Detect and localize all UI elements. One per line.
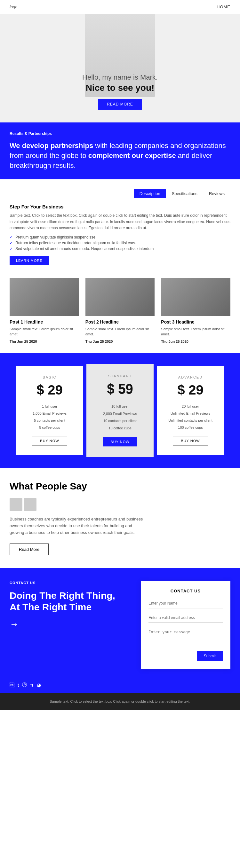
hero-subtitle: Hello, my name is Mark.: [82, 73, 158, 82]
pricing-card-advanced: ADVANCED $ 29 20 full user Unlimited Ema…: [157, 366, 224, 455]
tabs-section: Description Specifications Reviews Step …: [0, 179, 240, 268]
learn-more-button[interactable]: LEARN MORE: [9, 256, 49, 265]
hero-section: Hello, my name is Mark. Nice to see you!…: [0, 14, 240, 122]
pricing-features-basic: 1 full user 1,000 Email Previews 5 conta…: [22, 403, 77, 431]
form-title: CONTACT US: [148, 589, 223, 593]
nav[interactable]: HOME: [217, 4, 231, 9]
blog-icon[interactable]: ◕: [37, 682, 41, 688]
tab-specifications[interactable]: Specifications: [166, 189, 203, 198]
hero-content: Hello, my name is Mark. Nice to see you!…: [82, 73, 158, 110]
tab-content-heading: Step For Your Business: [9, 204, 231, 209]
avatar-2: [24, 498, 36, 511]
pricing-feature: 5 contacts per client: [22, 417, 77, 424]
social-footer:  t Ⓟ π ◕: [0, 677, 240, 693]
testimonial-section: What People Say Business coaches are typ…: [0, 468, 240, 568]
header: logo HOME: [0, 0, 240, 14]
tab-content-body: Sample text. Click to select the text bo…: [9, 213, 231, 231]
post-card-2: Post 2 Headline Sample small text. Lorem…: [85, 278, 155, 343]
buy-now-button-basic[interactable]: BUY NOW: [32, 436, 67, 446]
logo: logo: [9, 4, 18, 9]
testimonial-avatars: [9, 498, 231, 511]
buy-now-button-standart[interactable]: BUY NOW: [103, 437, 137, 446]
pricing-tier-basic: BASIC: [22, 375, 77, 379]
pinterest-icon[interactable]: π: [30, 682, 33, 688]
pricing-price-advanced: $ 29: [163, 382, 218, 398]
post-headline-1: Post 1 Headline: [9, 319, 79, 324]
pricing-price-standart: $ 59: [93, 381, 147, 397]
post-date-3: Thu Jun 25 2020: [161, 340, 231, 343]
post-image-1: [9, 278, 79, 316]
bottom-footer: Sample text. Click to select the text bo…: [0, 693, 240, 710]
pricing-feature: 10 full user: [93, 403, 147, 410]
pricing-card-standart: STANDART $ 59 10 full user 2,000 Email P…: [86, 364, 154, 457]
pricing-tier-standart: STANDART: [93, 374, 147, 378]
pricing-feature: 10 contacts per client: [93, 417, 147, 425]
tabs-bar: Description Specifications Reviews: [9, 189, 231, 198]
pricing-feature: 1 full user: [22, 403, 77, 410]
pricing-feature: 100 coffee cups: [163, 424, 218, 431]
blue-bold-1: We develop partnerships: [9, 142, 93, 150]
post-date-2: Thu Jun 25 2020: [85, 340, 155, 343]
post-card-1: Post 1 Headline Sample small text. Lorem…: [9, 278, 79, 343]
pricing-feature: 1,000 Email Previews: [22, 410, 77, 417]
contact-heading: Doing The Right Thing, At The Right Time: [9, 590, 118, 613]
checklist-item: Pretium quam vulputate dignissim suspend…: [9, 235, 231, 240]
pricing-feature: 2,000 Email Previews: [93, 410, 147, 417]
pricing-feature: 20 full user: [163, 403, 218, 410]
instagram-icon[interactable]: Ⓟ: [22, 682, 27, 688]
post-image-3: [161, 278, 231, 316]
post-text-2: Sample small text. Lorem ipsum dolor sit…: [85, 327, 155, 337]
email-input[interactable]: [148, 613, 223, 623]
pricing-card-basic: BASIC $ 29 1 full user 1,000 Email Previ…: [16, 366, 83, 455]
tab-reviews[interactable]: Reviews: [203, 189, 231, 198]
name-input[interactable]: [148, 598, 223, 609]
buy-now-button-advanced[interactable]: BUY NOW: [173, 436, 208, 446]
post-text-1: Sample small text. Lorem ipsum dolor sit…: [9, 327, 79, 337]
post-headline-3: Post 3 Headline: [161, 319, 231, 324]
tab-description[interactable]: Description: [134, 189, 166, 198]
hero-cta-button[interactable]: READ MORE: [98, 99, 142, 110]
avatar-1: [9, 498, 22, 511]
submit-button[interactable]: Submit: [197, 651, 223, 661]
hero-title: Nice to see you!: [82, 83, 158, 93]
blue-section: Results & Partnerships We develop partne…: [0, 122, 240, 179]
checklist: Pretium quam vulputate dignissim suspend…: [9, 235, 231, 251]
contact-section: CONTACT US Doing The Right Thing, At The…: [0, 568, 240, 677]
pricing-feature: Unlimited contacts per client: [163, 417, 218, 424]
blue-bold-3: complement our expertise: [88, 152, 176, 159]
post-card-3: Post 3 Headline Sample small text. Lorem…: [161, 278, 231, 343]
pricing-price-basic: $ 29: [22, 382, 77, 398]
posts-section: Post 1 Headline Sample small text. Lorem…: [0, 268, 240, 353]
post-date-1: Thu Jun 25 2020: [9, 340, 79, 343]
blue-section-text: We develop partnerships with leading com…: [9, 141, 231, 170]
testimonial-title: What People Say: [9, 481, 231, 492]
twitter-icon[interactable]: t: [18, 682, 19, 688]
read-more-button[interactable]: Read More: [9, 544, 49, 555]
blue-section-label: Results & Partnerships: [9, 131, 231, 136]
footer-text: Sample text. Click to select the text bo…: [50, 700, 190, 703]
facebook-icon[interactable]: : [9, 682, 14, 688]
pricing-feature: 10 coffee cups: [93, 425, 147, 432]
checklist-item: Sed vulputate mi sit amet mauris commodo…: [9, 247, 231, 251]
checklist-item: Rutrum tellus pellentesque eu tincidunt …: [9, 241, 231, 245]
message-input[interactable]: [148, 627, 223, 643]
post-text-3: Sample small text. Lorem ipsum dolor sit…: [161, 327, 231, 337]
post-headline-2: Post 2 Headline: [85, 319, 155, 324]
pricing-features-standart: 10 full user 2,000 Email Previews 10 con…: [93, 403, 147, 432]
pricing-feature: Unlimited Email Previews: [163, 410, 218, 417]
pricing-feature: 5 coffee cups: [22, 424, 77, 431]
post-image-2: [85, 278, 155, 316]
testimonial-text: Business coaches are typically experienc…: [9, 516, 144, 536]
pricing-tier-advanced: ADVANCED: [163, 375, 218, 379]
pricing-section: BASIC $ 29 1 full user 1,000 Email Previ…: [0, 353, 240, 468]
pricing-features-advanced: 20 full user Unlimited Email Previews Un…: [163, 403, 218, 431]
contact-form-card: CONTACT US Submit: [141, 581, 231, 669]
